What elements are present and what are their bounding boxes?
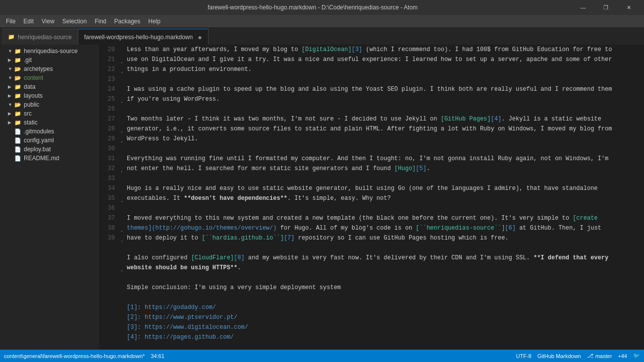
code-line-11: Everything was running fine until I form…	[127, 154, 644, 164]
sidebar-item--git[interactable]: ▶ 📁 .git	[0, 56, 99, 64]
sidebar-item-data[interactable]: ▶ 📁 data	[0, 82, 99, 91]
menu-item-find[interactable]: Find	[91, 15, 110, 27]
close-button[interactable]: ✕	[617, 0, 640, 15]
encoding[interactable]: UTF-8	[516, 353, 531, 359]
folder-icon: 📁	[14, 84, 21, 90]
tab-bar: 📁 henriquedias-sourcefarewell-wordpress-…	[0, 27, 644, 45]
file-icon: 📄	[14, 146, 21, 152]
code-line-10	[127, 144, 644, 154]
line-number-24: 34	[99, 183, 115, 193]
code-line-9: WordPress to Jekyll.	[127, 134, 644, 144]
menu-item-help[interactable]: Help	[144, 15, 164, 27]
sidebar-item-label: data	[22, 83, 35, 90]
line-number-6: 23	[99, 74, 115, 84]
sidebar-item-label: static	[22, 119, 38, 126]
code-line-15: executables. It **doesn't have dependenc…	[127, 193, 644, 203]
code-line-2: things in a production environment.	[127, 64, 644, 74]
main-layout: ▼ 📁 henriquedias-source ▶ 📁 .git ▼ 📂 arc…	[0, 45, 644, 350]
code-line-12: not enter the hell. I searched for more …	[127, 164, 644, 174]
sidebar-item-type-icon: 📁	[14, 93, 22, 99]
sidebar-item-label: layouts	[22, 92, 43, 99]
sidebar-item-arrow: ▶	[8, 93, 14, 98]
code-line-8: generator, i.e., it converts some source…	[127, 124, 644, 134]
sidebar-root[interactable]: ▼ 📁 henriquedias-source	[0, 47, 99, 56]
code-area[interactable]: Less than an year afterwards, I moved my…	[119, 45, 644, 350]
line-number-3: 21	[99, 55, 115, 64]
git-branch[interactable]: ⎇ master	[587, 353, 612, 359]
folder-open-icon: 📂	[14, 102, 21, 108]
menu-bar: FileEditViewSelectionFindPackagesHelp	[0, 15, 644, 27]
folder-icon: 📁	[14, 111, 21, 117]
status-right: UTF-8 GitHub Markdown ⎇ master +44 🐦	[516, 353, 640, 359]
code-line-29: [4]: https://pages.github.com/	[127, 332, 644, 342]
sidebar-item-type-icon: 📄	[14, 146, 22, 153]
sidebar-item-label: config.yaml	[22, 137, 54, 144]
code-line-3	[127, 74, 644, 84]
line-number-27: 37	[99, 213, 115, 223]
sidebar-item-src[interactable]: ▶ 📁 src	[0, 109, 99, 118]
editor: 2021222324252627282930313233343536373839…	[99, 45, 644, 350]
sidebar-item-arrow: ▶	[8, 58, 14, 62]
branch-name: master	[595, 353, 612, 359]
folder-icon: 📁	[14, 93, 21, 99]
tab-root[interactable]: 📁 henriquedias-source	[2, 29, 78, 45]
line-number-14: 28	[99, 124, 115, 134]
grammar[interactable]: GitHub Markdown	[537, 353, 581, 359]
sidebar-item-archetypes[interactable]: ▼ 📂 archetypes	[0, 64, 99, 73]
folder-icon: 📁	[14, 57, 21, 63]
sidebar-item-content[interactable]: ▼ 📂 content	[0, 73, 99, 82]
line-number-29: 39	[99, 233, 115, 243]
code-line-21: I also configured [CloudFlare][8] and my…	[127, 253, 644, 263]
line-number-11: 26	[99, 104, 115, 114]
sidebar-item-label: .git	[22, 57, 32, 63]
code-line-19: have to deploy it to [``hardias.github.i…	[127, 233, 644, 243]
sidebar-item-arrow: ▼	[8, 102, 14, 107]
code-line-25	[127, 293, 644, 302]
sidebar-item-type-icon: 📁	[14, 84, 22, 90]
code-line-13	[127, 174, 644, 183]
sidebar-item-type-icon: 📂	[14, 75, 22, 81]
minimize-button[interactable]: —	[572, 0, 594, 15]
line-number-21: 32	[99, 164, 115, 174]
menu-item-edit[interactable]: Edit	[19, 15, 38, 27]
status-bar: content\general\farewell-wordpress-hello…	[0, 350, 644, 362]
file-path[interactable]: content\general\farewell-wordpress-hello…	[4, 353, 145, 359]
twitter-icon[interactable]: 🐦	[633, 353, 640, 359]
menu-item-view[interactable]: View	[38, 15, 58, 27]
line-numbers: 2021222324252627282930313233343536373839	[99, 45, 119, 350]
sidebar-root-label: henriquedias-source	[22, 48, 78, 55]
window-controls[interactable]: — ❐ ✕	[572, 0, 640, 15]
menu-item-packages[interactable]: Packages	[110, 15, 145, 27]
line-number-4: 22	[99, 64, 115, 74]
line-number-17: 30	[99, 144, 115, 154]
line-number-28: 38	[99, 223, 115, 233]
menu-item-file[interactable]: File	[2, 15, 19, 27]
sidebar-item-layouts[interactable]: ▶ 📁 layouts	[0, 91, 99, 100]
code-line-20	[127, 243, 644, 253]
tab-1[interactable]: farewell-wordpress-hello-hugo.markdown●	[78, 29, 209, 45]
line-number-20: 31	[99, 154, 115, 164]
sidebar: ▼ 📁 henriquedias-source ▶ 📁 .git ▼ 📂 arc…	[0, 45, 99, 350]
sidebar-item-type-icon: 📄	[14, 137, 22, 144]
sidebar-item-readme-md[interactable]: 📄 README.md	[0, 154, 99, 163]
code-line-22: website should be using HTTPS**.	[127, 263, 644, 273]
git-changes[interactable]: +44	[618, 353, 627, 359]
sidebar-item--gitmodules[interactable]: 📄 .gitmodules	[0, 127, 99, 136]
sidebar-item-type-icon: 📂	[14, 102, 22, 108]
md-file-icon: 📄	[14, 155, 21, 161]
sidebar-root-arrow: ▼	[8, 49, 14, 54]
menu-item-selection[interactable]: Selection	[58, 15, 91, 27]
sidebar-item-label: .gitmodules	[22, 128, 54, 135]
code-line-16	[127, 203, 644, 213]
maximize-button[interactable]: ❐	[594, 0, 617, 15]
sidebar-item-config-yaml[interactable]: 📄 config.yaml	[0, 136, 99, 145]
sidebar-item-label: content	[22, 74, 43, 81]
sidebar-item-deploy-bat[interactable]: 📄 deploy.bat	[0, 145, 99, 154]
line-number-26: 36	[99, 203, 115, 213]
line-number-0: 20	[99, 45, 115, 55]
sidebar-item-static[interactable]: ▶ 📁 static	[0, 118, 99, 127]
sidebar-item-arrow: ▶	[8, 120, 14, 125]
line-number-25: 35	[99, 193, 115, 203]
sidebar-item-public[interactable]: ▼ 📂 public	[0, 100, 99, 109]
cursor-position[interactable]: 34:61	[151, 353, 164, 359]
